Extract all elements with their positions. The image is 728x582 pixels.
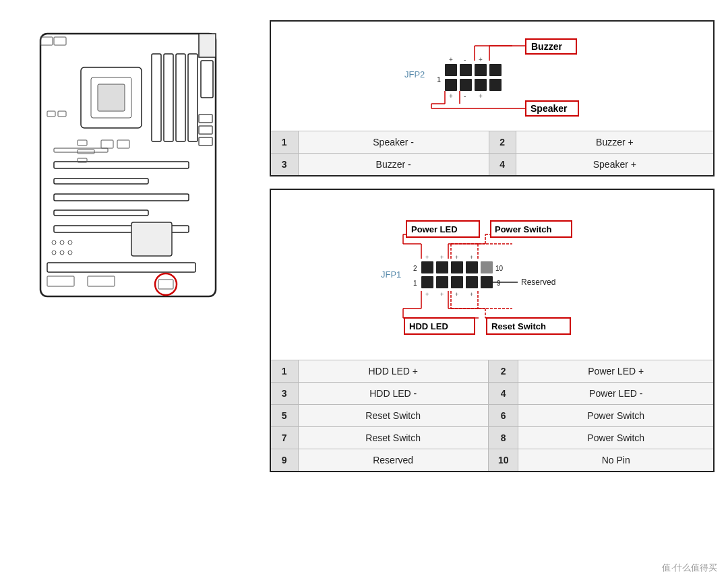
svg-point-24 — [68, 251, 72, 255]
svg-rect-71 — [421, 261, 433, 273]
pin-name: Reset Switch — [298, 405, 488, 427]
svg-rect-7 — [188, 54, 198, 141]
svg-rect-43 — [475, 64, 487, 76]
svg-rect-19 — [199, 126, 212, 134]
svg-text:+: + — [425, 254, 429, 261]
svg-rect-46 — [460, 79, 472, 91]
jfp2-panel: JFP2 1 — [270, 20, 715, 176]
svg-rect-4 — [152, 54, 161, 141]
svg-rect-48 — [489, 79, 502, 91]
pin-number: 10 — [488, 449, 518, 472]
pin-name: Reset Switch — [298, 427, 488, 449]
jfp2-table: 1 Speaker - 2 Buzzer + 3 Buzzer - 4 Spea… — [271, 131, 713, 175]
table-row: 5 Reset Switch 6 Power Switch — [271, 405, 713, 427]
svg-text:9: 9 — [497, 280, 501, 287]
pin-number: 4 — [489, 154, 516, 176]
svg-rect-42 — [460, 64, 472, 76]
svg-rect-45 — [445, 79, 457, 91]
pin-name: Speaker + — [516, 154, 713, 176]
svg-point-22 — [52, 251, 56, 255]
pin-number: 9 — [271, 449, 298, 472]
svg-text:Speaker: Speaker — [530, 103, 568, 114]
pin-number: 6 — [488, 405, 518, 427]
pin-number: 8 — [488, 427, 518, 449]
svg-rect-34 — [78, 140, 87, 146]
svg-text:+: + — [455, 291, 458, 298]
svg-text:Reserved: Reserved — [521, 278, 555, 287]
svg-point-23 — [60, 251, 64, 255]
svg-rect-29 — [117, 140, 129, 148]
pin-number: 7 — [271, 427, 298, 449]
svg-rect-38 — [47, 111, 55, 117]
svg-rect-8 — [54, 162, 189, 168]
pin-number: 5 — [271, 405, 298, 427]
svg-rect-0 — [40, 34, 216, 296]
svg-text:2: 2 — [413, 265, 417, 272]
jfp1-diagram-area: JFP1 — [271, 190, 713, 360]
svg-rect-75 — [481, 261, 493, 273]
pin-name: Power LED - — [518, 383, 713, 405]
motherboard-panel — [13, 13, 256, 569]
svg-rect-37 — [131, 222, 172, 256]
table-row: 7 Reset Switch 8 Power Switch — [271, 427, 713, 449]
svg-point-26 — [60, 240, 64, 245]
svg-text:1: 1 — [413, 280, 417, 287]
svg-rect-41 — [445, 64, 457, 76]
watermark: 值·什么值得买 — [662, 562, 717, 574]
pin-name: Power Switch — [518, 405, 713, 427]
svg-text:+: + — [455, 254, 458, 261]
jfp1-panel: JFP1 — [270, 189, 715, 472]
info-panels: JFP2 1 — [270, 13, 715, 569]
svg-rect-15 — [199, 34, 216, 57]
pin-number: 2 — [488, 360, 518, 383]
svg-text:Power Switch: Power Switch — [495, 224, 552, 234]
svg-rect-28 — [101, 140, 113, 148]
svg-rect-73 — [451, 261, 463, 273]
table-row: 1 Speaker - 2 Buzzer + — [271, 131, 713, 154]
svg-text:+: + — [479, 56, 483, 63]
svg-rect-9 — [54, 179, 148, 184]
svg-text:1: 1 — [437, 75, 441, 84]
pin-number: 1 — [271, 131, 298, 154]
svg-rect-32 — [158, 280, 173, 289]
pin-number: 3 — [271, 383, 298, 405]
svg-text:+: + — [440, 254, 444, 261]
table-row: 9 Reserved 10 No Pin — [271, 449, 713, 472]
jfp1-svg: JFP1 — [344, 202, 640, 350]
svg-rect-44 — [489, 64, 502, 76]
svg-text:-: - — [464, 92, 466, 100]
svg-text:+: + — [449, 56, 453, 63]
pin-number: 3 — [271, 154, 298, 176]
svg-text:JFP1: JFP1 — [381, 269, 401, 280]
svg-rect-80 — [481, 276, 493, 288]
svg-text:+: + — [425, 291, 429, 298]
svg-rect-21 — [47, 263, 195, 272]
jfp1-table: 1 HDD LED + 2 Power LED + 3 HDD LED - 4 … — [271, 360, 713, 471]
svg-rect-78 — [451, 276, 463, 288]
svg-text:+: + — [440, 291, 444, 298]
pin-name: HDD LED + — [298, 360, 488, 383]
svg-text:-: - — [464, 56, 466, 63]
svg-text:+: + — [470, 254, 473, 261]
svg-rect-72 — [436, 261, 448, 273]
pin-name: No Pin — [518, 449, 713, 472]
pin-name: Buzzer + — [516, 131, 713, 154]
svg-text:+: + — [479, 92, 483, 100]
pin-name: Power Switch — [518, 427, 713, 449]
svg-rect-35 — [78, 150, 94, 154]
svg-rect-20 — [199, 137, 212, 146]
svg-rect-14 — [201, 61, 213, 98]
pin-number: 4 — [488, 383, 518, 405]
pin-name: Reserved — [298, 449, 488, 472]
svg-text:HDD LED: HDD LED — [409, 321, 448, 331]
table-row: 3 HDD LED - 4 Power LED - — [271, 383, 713, 405]
pin-name: HDD LED - — [298, 383, 488, 405]
svg-text:+: + — [449, 92, 453, 100]
svg-rect-77 — [436, 276, 448, 288]
svg-rect-6 — [176, 54, 185, 141]
svg-point-25 — [52, 240, 56, 245]
svg-rect-74 — [466, 261, 478, 273]
jfp2-diagram-area: JFP2 1 — [271, 22, 713, 131]
pin-name: Power LED + — [518, 360, 713, 383]
svg-rect-76 — [421, 276, 433, 288]
